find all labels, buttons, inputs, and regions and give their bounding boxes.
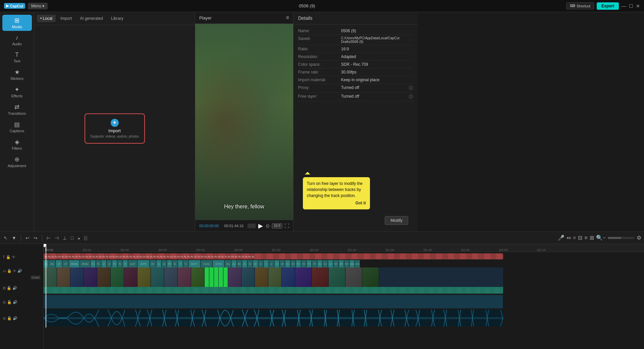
nav-item-audio[interactable]: ♪ Audio [2,32,32,48]
tile: 51 [91,260,96,267]
free-layer-info-icon[interactable]: ⓘ [409,94,413,100]
thumb-green [205,267,209,287]
nav-item-stickers[interactable]: ★ Stickers [2,66,32,83]
snapshot-button[interactable]: ⊙ [266,223,270,229]
detail-value-saved: C:/Users/MyPC/AppData/Local/CapCut Draft… [341,36,413,44]
cursor-tool-button[interactable]: ↖ [3,234,9,242]
detail-free-layer: Free layer: Turned off ⓘ [298,93,413,101]
detail-proxy: Proxy: Turned off ⓘ [298,84,413,93]
tile: f0 [123,260,128,267]
nav-item-captions[interactable]: ▤ Captions [2,119,32,135]
sub-track-speaker[interactable]: 🔊 [12,286,17,290]
transitions-icon: ⇄ [14,103,19,111]
detail-label-name: Name: [298,29,338,33]
settings-button[interactable]: ⚙ [637,235,641,241]
nav-label-text: Text [13,59,20,63]
thumb-green [219,267,223,287]
redo-button[interactable]: ↪ [33,234,39,242]
detail-value-framerate: 30.00fps [341,70,413,74]
export-button[interactable]: Export [597,2,619,10]
timeline-ruler: |00:00 |00:10 |00:20 |00:30 |00:40 |00:5… [44,244,644,252]
menu-button[interactable]: Menu ▾ [28,3,48,9]
snap-button[interactable]: ⇔ [567,235,571,241]
text-track-lock[interactable]: 🔓 [6,255,11,259]
undo-button[interactable]: ↩ [24,234,31,242]
zoom-slider[interactable] [608,237,635,239]
detail-value-proxy: Turned off [341,85,406,91]
sub-track-lock[interactable]: 🔓 [7,286,11,290]
nav-item-text[interactable]: T Text [2,49,32,65]
split-button[interactable]: ⊢ [46,234,52,242]
marker-button[interactable]: ⬥ [76,234,81,242]
proxy-info-icon[interactable]: ⓘ [409,85,413,91]
timeline-ruler-area: |00:00 |00:10 |00:20 |00:30 |00:40 |00:5… [44,244,644,349]
play-button[interactable]: ▶ [258,222,263,230]
video-track-lock[interactable]: 🔓 [7,269,12,273]
tile: bi [242,260,248,267]
tile: 42 [285,260,290,267]
nav-item-filters[interactable]: ◈ Filters [2,136,32,152]
tile: c0' [62,260,69,267]
zoom-out-button[interactable]: 🔍− [596,235,606,241]
detail-label-ratio: Ratio: [298,47,338,51]
ruler-110: |01:10 [310,248,318,252]
tab-ai-generated[interactable]: AI generated [76,15,106,22]
minimize-button[interactable]: — [622,3,626,9]
ruler-120: |01:20 [348,248,356,252]
audio1-track-speaker[interactable]: 🔊 [13,300,17,304]
thumb [178,267,191,287]
detail-label-framerate: Frame rate: [298,70,338,74]
nav-label-transitions: Transitions [8,111,26,115]
modify-area: Modify [293,213,418,232]
details-rows: Name: 0506 (9) Saved: C:/Users/MyPC/AppD… [293,24,418,173]
align-button[interactable]: ≡ [584,235,587,241]
text-track-eye[interactable]: 👁 [12,255,15,259]
import-area[interactable]: + Import Supports: videos, audios, photo… [85,113,145,144]
tooltip-got-it-button[interactable]: Got it [307,200,366,206]
nav-item-effects[interactable]: ✦ Effects [2,84,32,100]
player-menu-button[interactable]: ≡ [286,15,289,21]
ruler-20: |00:20 [121,248,129,252]
waveform-1 [44,295,503,308]
thumb [255,267,268,287]
tab-import[interactable]: Import [57,15,75,22]
shortcut-button[interactable]: ⌨ Shortcut [566,2,594,9]
nav-item-media[interactable]: ⊞ Media [2,15,32,31]
maximize-button[interactable]: ☐ [629,3,633,9]
tooltip-text: Turn on free layer to modify the relatio… [307,181,363,198]
tile: e [269,260,274,267]
thumb [228,267,241,287]
tile: 69 [344,260,350,267]
tab-library[interactable]: Library [108,15,127,22]
audio1-track-lock[interactable]: 🔓 [7,300,12,304]
nav-label-stickers: Stickers [10,77,23,81]
modify-button[interactable]: Modify [385,216,408,225]
video-track-speaker[interactable]: 🔊 [17,269,22,273]
crop-button[interactable]: ⊥ [62,234,68,242]
frame-button[interactable]: □ [70,234,74,242]
link-button[interactable]: ⌗ [573,235,576,241]
ruler-100: |01:00 [272,248,280,252]
caption-button[interactable]: ⊞ [590,235,594,241]
audio2-track-lock[interactable]: 🔓 [7,316,12,320]
tile: 69 [333,260,339,267]
nav-item-adjustment[interactable]: ⊕ Adjustment [2,154,32,170]
cursor-mode-button[interactable]: ▼ [11,234,17,242]
timeline-toolbar: ↖ ▼ ↩ ↪ ⊢ ⊣ ⊥ □ ⬥ ⌻ 🎤 ⇔ ⌗ ⊟ ≡ ⊞ 🔍− [0,232,644,244]
nav-item-transitions[interactable]: ⇄ Transitions [2,101,32,117]
track-control-sub: ⊟ 🔓 🔊 [1,281,42,295]
capcut-logo: ▶ CapCut [4,3,25,9]
split-audio-button[interactable]: ⊟ [578,235,582,241]
fullscreen-button[interactable]: ⛶ [284,223,289,229]
keyframe-button[interactable]: ⌻ [83,234,88,242]
video-track-eye[interactable]: 👁 [13,269,16,273]
thumb [111,267,124,287]
close-button[interactable]: ✕ [636,3,640,9]
logo-icon: ▶ [6,4,9,8]
audio2-track-speaker[interactable]: 🔊 [13,316,17,320]
tile: 7t [178,260,183,267]
mic-button[interactable]: 🎤 [558,235,565,241]
delete-button[interactable]: ⊣ [54,234,60,242]
tab-local[interactable]: • Local [37,15,56,22]
details-panel: Details Name: 0506 (9) Saved: C:/Users/M… [293,12,418,232]
